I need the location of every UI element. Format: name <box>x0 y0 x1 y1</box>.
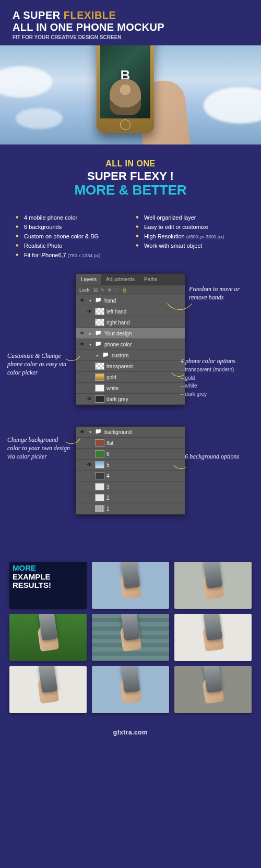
visibility-toggle[interactable] <box>86 472 93 479</box>
layer-thumb <box>95 373 104 381</box>
tab-adjustments[interactable]: Adjustments <box>101 274 139 285</box>
watermark: gfxtra.com <box>0 729 261 743</box>
layer-row-bg4[interactable]: 4 <box>76 471 185 481</box>
layer-row-right-hand[interactable]: right hand <box>76 317 185 328</box>
layer-name: phone color <box>104 342 183 347</box>
visibility-toggle[interactable] <box>86 384 93 392</box>
layer-name: 4 <box>106 473 183 479</box>
visibility-toggle[interactable] <box>86 505 93 512</box>
visibility-toggle[interactable] <box>86 352 93 359</box>
visibility-toggle[interactable] <box>86 373 93 381</box>
layer-row-dark-grey[interactable]: dark grey <box>76 394 185 405</box>
chevron-right-icon[interactable]: ▸ <box>88 331 93 336</box>
examples-grid: MORE EXAMPLE RESULTS! <box>0 557 261 729</box>
feature-dim: (4500 px 3500 px) <box>186 234 224 239</box>
feature-item: Custom on phone color & BG <box>16 232 125 241</box>
example-tile <box>174 666 252 713</box>
annotation-title: 4 phone color options <box>181 357 235 365</box>
cloud-decoration <box>204 87 261 124</box>
mini-mockup <box>202 676 224 704</box>
mid-headline: ALL IN ONE SUPER FLEXY ! MORE & BETTER <box>0 144 261 210</box>
layer-row-gold[interactable]: gold <box>76 372 185 383</box>
layer-row-phone-color[interactable]: ▾phone color <box>76 339 185 350</box>
folder-icon <box>95 341 102 348</box>
layer-row-left-hand[interactable]: left hand <box>76 306 185 317</box>
hero-subtitle: FIT FOR YOUR CREATIVE DESIGN SCREEN <box>13 34 248 40</box>
chevron-down-icon[interactable]: ▾ <box>88 342 93 347</box>
visibility-toggle[interactable] <box>86 461 93 468</box>
visibility-toggle[interactable] <box>86 363 93 370</box>
layer-row-bg5[interactable]: 5 <box>76 460 185 471</box>
panels-section: Freedom to move or remove hands Customiz… <box>0 273 261 557</box>
layers-panel-2: ▾background flat 6 5 4 3 2 1 <box>76 426 185 515</box>
layer-name: Your design <box>104 331 183 336</box>
hero-title-1: A SUPER FLEXIBLE <box>13 9 248 21</box>
layer-row-transparent[interactable]: transparent <box>76 361 185 372</box>
layer-row-bg6[interactable]: 6 <box>76 449 185 460</box>
annotation-sub: – dark grey <box>181 391 254 398</box>
lock-brush-icon[interactable]: ✎ <box>101 287 105 293</box>
visibility-toggle[interactable] <box>86 483 93 490</box>
annotation-sub: – white <box>181 382 254 390</box>
folder-icon <box>102 352 110 359</box>
hero-sky-band: B <box>0 45 261 144</box>
layer-thumb <box>95 461 104 468</box>
mini-mockup <box>120 571 142 600</box>
lock-pixels-icon[interactable]: ▧ <box>93 287 98 293</box>
visibility-toggle[interactable] <box>86 319 93 326</box>
chevron-right-icon[interactable]: ▸ <box>95 353 100 358</box>
visibility-toggle[interactable] <box>86 439 93 447</box>
visibility-toggle[interactable] <box>86 395 93 403</box>
layer-row-white[interactable]: white <box>76 383 185 394</box>
feature-dim: (750 x 1334 px) <box>68 253 101 258</box>
chevron-down-icon[interactable]: ▾ <box>88 298 93 303</box>
layer-name: 5 <box>106 462 183 468</box>
features-right: Well organized layer Easy to edit or cus… <box>136 213 245 260</box>
visibility-toggle[interactable] <box>78 330 86 337</box>
layer-row-bg2[interactable]: 2 <box>76 492 185 503</box>
layer-name: 6 <box>106 451 183 457</box>
chevron-down-icon[interactable]: ▾ <box>88 430 93 435</box>
folder-icon <box>95 297 102 304</box>
visibility-toggle[interactable] <box>86 308 93 315</box>
mid-line-2: SUPER FLEXY ! <box>0 170 261 183</box>
lock-move-icon[interactable]: ✥ <box>108 287 112 293</box>
screen-art <box>110 79 141 115</box>
layer-row-your-design[interactable]: ▸Your design <box>76 328 185 339</box>
layer-row-custom[interactable]: ▸custom <box>76 350 185 361</box>
visibility-toggle[interactable] <box>86 494 93 501</box>
panel2-wrap: Change background color to your own desi… <box>0 426 261 515</box>
layer-row-bg1[interactable]: 1 <box>76 503 185 514</box>
layer-row-bg3[interactable]: 3 <box>76 481 185 492</box>
lock-label: Lock: <box>79 287 91 293</box>
phone-screen: B <box>100 45 150 118</box>
tab-paths[interactable]: Paths <box>139 274 162 285</box>
lock-frame-icon[interactable]: ⬚ <box>114 287 119 293</box>
layer-thumb <box>95 363 104 370</box>
mini-mockup <box>120 676 142 704</box>
feature-item: Easy to edit or customize <box>136 222 245 232</box>
layer-name: gold <box>106 375 183 380</box>
grid-head-1: MORE <box>13 564 84 573</box>
feature-item: Work with smart object <box>136 241 245 250</box>
annotation-customize-color: Customize & Change phone color as easy v… <box>7 352 70 377</box>
phone-frame: B <box>97 45 154 133</box>
layer-row-flat[interactable]: flat <box>76 438 185 449</box>
hero-title-1b: FLEXIBLE <box>64 9 116 21</box>
annotation-sub: – transparent (modern) <box>181 366 254 373</box>
visibility-toggle[interactable] <box>78 297 86 304</box>
lock-all-icon[interactable]: 🔒 <box>122 287 127 293</box>
example-tile <box>174 614 252 661</box>
annotation-sub: – gold <box>181 375 254 382</box>
feature-text: Work with smart object <box>144 243 202 249</box>
tab-layers[interactable]: Layers <box>76 274 101 285</box>
cloud-decoration <box>0 66 52 98</box>
layer-name: left hand <box>106 309 183 315</box>
layer-name: white <box>106 385 183 391</box>
visibility-toggle[interactable] <box>78 428 86 436</box>
layer-row-background[interactable]: ▾background <box>76 427 185 438</box>
visibility-toggle[interactable] <box>86 450 93 457</box>
mid-line-3: MORE & BETTER <box>0 182 261 198</box>
feature-text: 6 backgrounds <box>24 224 62 230</box>
visibility-toggle[interactable] <box>78 341 86 348</box>
